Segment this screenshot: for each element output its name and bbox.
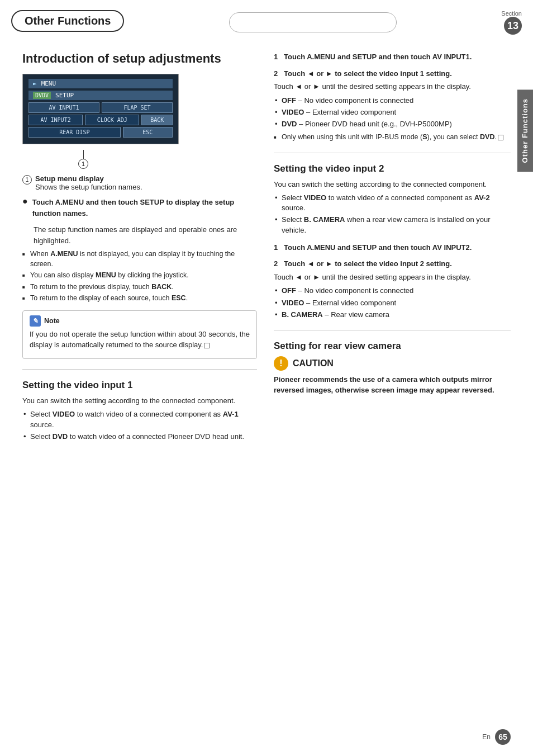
video1-bullet-item: Select VIDEO to watch video of a connect… (22, 409, 257, 429)
sq-bullet-item: When A.MENU is not displayed, you can di… (22, 249, 257, 269)
sq-bullet-item: To return to the display of each source,… (22, 294, 257, 304)
caution-box: ! CAUTION Pioneer recommends the use of … (274, 356, 511, 396)
left-column: Introduction of setup adjustments ► MENU… (22, 40, 257, 443)
caution-title: ! CAUTION (274, 356, 511, 371)
intro-title: Introduction of setup adjustments (22, 51, 257, 66)
video2-bullet-1: Select VIDEO to watch video of a connect… (274, 193, 511, 213)
video2-options-list: OFF – No video component is connected VI… (274, 286, 511, 320)
setup-bar: DVDV SETUP (28, 91, 173, 100)
small-square-2 (498, 135, 503, 140)
caution-body: Pioneer recommends the use of a camera w… (274, 374, 511, 396)
video2-title: Setting the video input 2 (274, 163, 511, 174)
step2-options-list: OFF – No video component is connected VI… (274, 96, 511, 130)
sq-bullet-item: You can also display MENU by clicking th… (22, 271, 257, 281)
option-off: OFF – No video component is connected (274, 96, 511, 106)
menu-row-1: AV INPUT1 FLAP SET (28, 102, 173, 113)
video2-step2-title: 2 Touch ◄ or ► to select the video input… (274, 258, 511, 270)
section-divider-3 (274, 330, 511, 330)
option-video: VIDEO – External video component (274, 107, 511, 117)
setup-menu-title: Setup menu display (35, 174, 104, 183)
section-divider (22, 369, 257, 370)
touch-setup-text: Touch A.MENU and then touch SETUP to dis… (32, 198, 235, 218)
small-square (204, 343, 210, 348)
sidebar-tab: Other Functions (517, 89, 533, 172)
footer-page-number: 65 (495, 729, 511, 745)
section-divider-2 (274, 153, 511, 153)
section-badge: Section 13 (501, 10, 522, 35)
option-dvd: DVD – Pioneer DVD head unit (e.g., DVH-P… (274, 119, 511, 129)
v2-option-off: OFF – No video component is connected (274, 286, 511, 296)
page-header: Other Functions Section 13 (0, 0, 533, 35)
sq-bullet-item: To return to the previous display, touch… (22, 282, 257, 292)
section-number: 13 (504, 17, 522, 35)
video2-bullet-2: Select B. CAMERA when a rear view camera… (274, 215, 511, 235)
video2-step2-body: Touch ◄ or ► until the desired setting a… (274, 272, 511, 283)
bullet-touch-item: ● Touch A.MENU and then touch SETUP to d… (22, 197, 257, 222)
section-label: Section (501, 10, 522, 17)
note-icon: ✎ (30, 315, 41, 327)
video2-bullet-list: Select VIDEO to watch video of a connect… (274, 193, 511, 235)
video1-title: Setting the video input 1 (22, 380, 257, 391)
setup-menu-desc: Shows the setup function names. (35, 183, 142, 191)
menu-bar: ► MENU (28, 79, 173, 88)
main-content: Introduction of setup adjustments ► MENU… (0, 35, 533, 455)
step1-right-title: 1 Touch A.MENU and SETUP and then touch … (274, 51, 511, 63)
video1-note-item: Only when using this unit with IP-BUS mo… (274, 133, 511, 143)
video2-step1-title: 1 Touch A.MENU and SETUP and then touch … (274, 242, 511, 253)
rear-title: Setting for rear view camera (274, 341, 511, 352)
chapter-title: Other Functions (11, 10, 124, 32)
v2-option-video: VIDEO – External video component (274, 298, 511, 308)
note-box: ✎ Note If you do not operate the setup f… (22, 310, 257, 359)
page-footer: En 65 (482, 729, 511, 745)
video2-intro: You can switch the setting according to … (274, 179, 511, 190)
setup-menu-image: ► MENU DVDV SETUP AV INPUT1 FLAP SET AV … (22, 74, 179, 144)
step2-right-body: Touch ◄ or ► until the desired setting a… (274, 81, 511, 92)
setup-names-body: The setup function names are displayed a… (34, 224, 257, 246)
v2-option-bcamera: B. CAMERA – Rear view camera (274, 310, 511, 320)
menu-row-3: REAR DISP ESC (28, 127, 173, 138)
footer-lang: En (482, 733, 491, 741)
video1-note-list: Only when using this unit with IP-BUS mo… (274, 133, 511, 143)
callout-circle-1: 1 (78, 159, 88, 169)
step2-right-title: 2 Touch ◄ or ► to select the video input… (274, 68, 511, 79)
note-body: If you do not operate the setup function… (30, 329, 250, 351)
item-num-circle: 1 (22, 175, 32, 185)
video1-intro: You can switch the setting according to … (22, 395, 257, 407)
video1-bullet-list: Select VIDEO to watch video of a connect… (22, 409, 257, 442)
menu-row-2: AV INPUT2 CLOCK ADJ BACK (28, 115, 173, 125)
numbered-item-1: 1 Setup menu display Shows the setup fun… (22, 174, 257, 191)
video1-step1-right: 1 Touch A.MENU and SETUP and then touch … (274, 51, 511, 63)
sq-bullet-list: When A.MENU is not displayed, you can di… (22, 249, 257, 304)
caution-icon: ! (274, 356, 288, 371)
video1-bullet-item: Select DVD to watch video of a connected… (22, 432, 257, 442)
right-column: 1 Touch A.MENU and SETUP and then touch … (274, 40, 511, 443)
center-oval (229, 12, 397, 32)
note-title: ✎ Note (30, 315, 250, 327)
